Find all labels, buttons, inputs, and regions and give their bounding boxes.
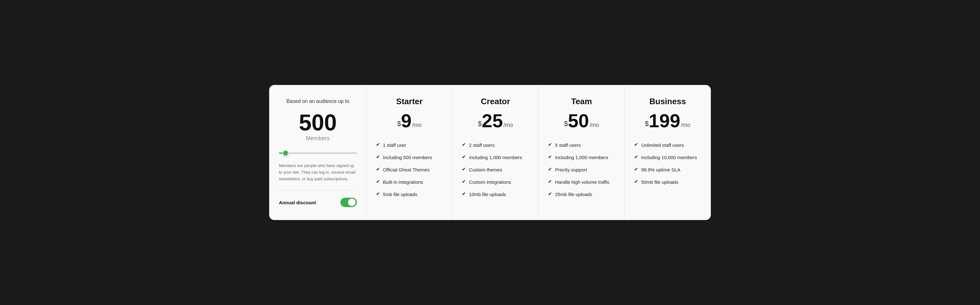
sidebar-description: Members are people who have signed up to… — [279, 163, 357, 182]
feature-item: ✔Priority support — [548, 166, 615, 173]
feature-text: 99.9% uptime SLA — [641, 166, 680, 173]
check-icon: ✔ — [462, 154, 466, 160]
sidebar-divider — [279, 190, 357, 190]
feature-text: 50mb file uploads — [641, 179, 678, 185]
price-dollar-sign: $ — [645, 120, 649, 128]
feature-text: Including 10,000 members — [641, 154, 697, 161]
check-icon: ✔ — [462, 167, 466, 172]
price-period: /mo — [412, 122, 422, 128]
member-number: 500 — [279, 111, 357, 134]
check-icon: ✔ — [548, 142, 552, 147]
feature-item: ✔10mb file uploads — [462, 191, 529, 198]
plan-price-team: $50/mo — [548, 112, 615, 130]
feature-item: ✔Built-in integrations — [376, 179, 443, 185]
price-dollar-sign: $ — [564, 120, 568, 128]
features-list-business: ✔Unlimited staff users✔Including 10,000 … — [634, 142, 701, 185]
feature-item: ✔Including 500 members — [376, 154, 443, 161]
features-list-team: ✔5 staff users✔Including 1,000 members✔P… — [548, 142, 615, 198]
feature-item: ✔99.9% uptime SLA — [634, 166, 701, 173]
check-icon: ✔ — [634, 179, 638, 184]
feature-text: 25mb file uploads — [555, 191, 592, 198]
price-dollar-sign: $ — [397, 120, 401, 128]
plan-price-creator: $25/mo — [462, 112, 529, 130]
feature-text: Official Ghost Themes — [383, 166, 430, 173]
feature-text: 10mb file uploads — [469, 191, 506, 198]
check-icon: ✔ — [548, 167, 552, 172]
check-icon: ✔ — [634, 167, 638, 172]
check-icon: ✔ — [376, 154, 380, 160]
plan-name-business: Business — [634, 97, 701, 106]
feature-text: Including 1,000 members — [555, 154, 608, 161]
toggle-slider — [340, 198, 357, 207]
feature-item: ✔50mb file uploads — [634, 179, 701, 185]
price-amount: 50 — [568, 112, 589, 130]
plan-name-creator: Creator — [462, 97, 529, 106]
feature-text: Custom themes — [469, 166, 502, 173]
feature-item: ✔Unlimited staff users — [634, 142, 701, 149]
feature-item: ✔5mb file uploads — [376, 191, 443, 198]
plan-name-starter: Starter — [376, 97, 443, 106]
check-icon: ✔ — [548, 179, 552, 184]
sidebar: Based on an audience up to 500 Members M… — [269, 85, 367, 220]
annual-discount-label: Annual discount — [279, 200, 316, 205]
annual-discount-row: Annual discount — [279, 198, 357, 207]
feature-item: ✔2 staff users — [462, 142, 529, 149]
feature-item: ✔25mb file uploads — [548, 191, 615, 198]
price-period: /mo — [504, 122, 513, 128]
price-period: /mo — [681, 122, 690, 128]
check-icon: ✔ — [376, 167, 380, 172]
price-dollar-sign: $ — [478, 120, 482, 128]
feature-item: ✔Custom integrations — [462, 179, 529, 185]
check-icon: ✔ — [462, 191, 466, 196]
feature-item: ✔Including 10,000 members — [634, 154, 701, 161]
slider-container[interactable] — [279, 148, 357, 156]
feature-text: Built-in integrations — [383, 179, 423, 185]
plan-price-business: $199/mo — [634, 112, 701, 130]
price-amount: 9 — [401, 112, 411, 130]
check-icon: ✔ — [462, 179, 466, 184]
check-icon: ✔ — [376, 179, 380, 184]
features-list-creator: ✔2 staff users✔Including 1,000 members✔C… — [462, 142, 529, 198]
plan-price-starter: $9/mo — [376, 112, 443, 130]
feature-item: ✔Custom themes — [462, 166, 529, 173]
member-unit: Members — [279, 135, 357, 142]
check-icon: ✔ — [634, 154, 638, 160]
feature-text: Including 1,000 members — [469, 154, 522, 161]
check-icon: ✔ — [548, 191, 552, 196]
price-period: /mo — [590, 122, 599, 128]
feature-item: ✔Including 1,000 members — [548, 154, 615, 161]
price-amount: 25 — [482, 112, 503, 130]
audience-label: Based on an audience up to — [279, 98, 357, 105]
plan-column-team: Team$50/mo✔5 staff users✔Including 1,000… — [539, 85, 625, 220]
feature-text: Custom integrations — [469, 179, 511, 185]
feature-text: Including 500 members — [383, 154, 432, 161]
features-list-starter: ✔1 staff user✔Including 500 members✔Offi… — [376, 142, 443, 198]
feature-item: ✔Handle high volume traffic — [548, 179, 615, 185]
feature-text: 2 staff users — [469, 142, 495, 149]
plan-name-team: Team — [548, 97, 615, 106]
check-icon: ✔ — [376, 142, 380, 147]
feature-text: 5 staff users — [555, 142, 581, 149]
feature-item: ✔1 staff user — [376, 142, 443, 149]
feature-item: ✔5 staff users — [548, 142, 615, 149]
member-count-container: 500 Members — [279, 111, 357, 142]
feature-text: Handle high volume traffic — [555, 179, 609, 185]
price-amount: 199 — [649, 112, 680, 130]
plan-column-starter: Starter$9/mo✔1 staff user✔Including 500 … — [367, 85, 453, 220]
member-slider[interactable] — [279, 152, 357, 154]
feature-text: 1 staff user — [383, 142, 406, 149]
feature-text: Unlimited staff users — [641, 142, 684, 149]
check-icon: ✔ — [634, 142, 638, 147]
feature-text: 5mb file uploads — [383, 191, 417, 198]
feature-text: Priority support — [555, 166, 587, 173]
pricing-card: Based on an audience up to 500 Members M… — [269, 85, 711, 220]
feature-item: ✔Including 1,000 members — [462, 154, 529, 161]
check-icon: ✔ — [376, 191, 380, 196]
check-icon: ✔ — [548, 154, 552, 160]
plan-column-creator: Creator$25/mo✔2 staff users✔Including 1,… — [452, 85, 539, 220]
feature-item: ✔Official Ghost Themes — [376, 166, 443, 173]
check-icon: ✔ — [462, 142, 466, 147]
plan-column-business: Business$199/mo✔Unlimited staff users✔In… — [625, 85, 711, 220]
annual-discount-toggle[interactable] — [340, 198, 357, 207]
